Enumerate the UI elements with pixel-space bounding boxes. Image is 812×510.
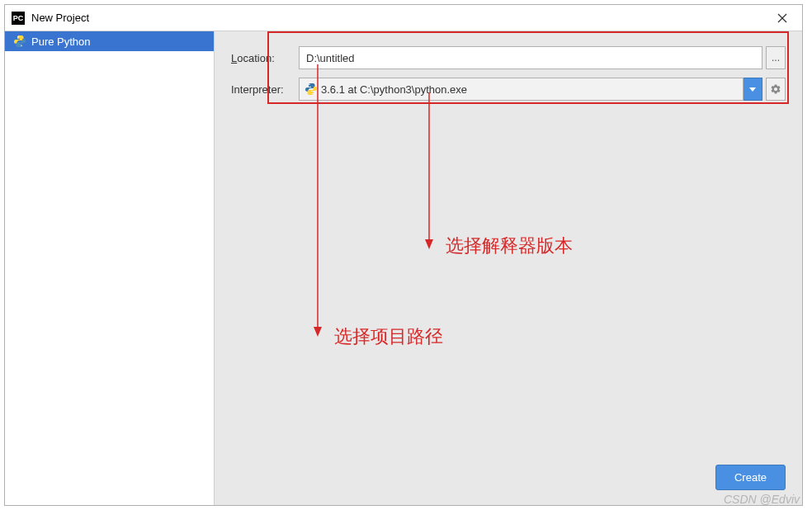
python-icon bbox=[13, 35, 26, 48]
window-title: New Project bbox=[31, 12, 769, 24]
sidebar-item-pure-python[interactable]: Pure Python bbox=[5, 31, 214, 51]
python-icon bbox=[304, 83, 318, 96]
interpreter-settings-button[interactable] bbox=[766, 78, 786, 101]
interpreter-dropdown-button[interactable] bbox=[743, 78, 762, 101]
interpreter-select[interactable]: 3.6.1 at C:\python3\python.exe bbox=[299, 78, 744, 101]
interpreter-value: 3.6.1 at C:\python3\python.exe bbox=[321, 83, 467, 96]
sidebar-item-label: Pure Python bbox=[31, 35, 91, 48]
interpreter-label: Interpreter: bbox=[231, 83, 299, 96]
svg-point-4 bbox=[309, 84, 309, 85]
titlebar: PC New Project bbox=[5, 5, 802, 31]
location-label: Location: bbox=[231, 52, 299, 64]
annotation-arrow-interpreter bbox=[421, 92, 437, 249]
annotation-interpreter-text: 选择解释器版本 bbox=[446, 234, 573, 258]
close-icon bbox=[777, 13, 787, 23]
create-button[interactable]: Create bbox=[715, 465, 786, 490]
form-panel: Location: ... Interpreter: bbox=[215, 31, 802, 505]
svg-marker-9 bbox=[314, 327, 322, 337]
annotation-path-text: 选择项目路径 bbox=[334, 324, 443, 349]
annotation-arrow-path bbox=[309, 64, 326, 337]
interpreter-row: Interpreter: 3.6.1 at C:\python3\python.… bbox=[231, 78, 786, 101]
browse-button[interactable]: ... bbox=[766, 46, 786, 69]
svg-point-5 bbox=[312, 93, 313, 94]
app-icon-label: PC bbox=[13, 14, 24, 22]
main-content: Pure Python Location: ... Interpreter: bbox=[5, 31, 802, 505]
location-input[interactable] bbox=[299, 46, 762, 69]
gear-icon bbox=[770, 83, 781, 95]
chevron-down-icon bbox=[749, 87, 756, 92]
project-type-sidebar: Pure Python bbox=[5, 31, 215, 505]
app-icon: PC bbox=[12, 12, 25, 25]
svg-point-2 bbox=[17, 36, 18, 37]
svg-marker-7 bbox=[425, 239, 433, 249]
new-project-dialog: PC New Project Pure Pyt bbox=[4, 4, 803, 506]
svg-point-3 bbox=[21, 45, 21, 46]
close-button[interactable] bbox=[769, 8, 795, 28]
location-row: Location: ... bbox=[231, 46, 786, 69]
